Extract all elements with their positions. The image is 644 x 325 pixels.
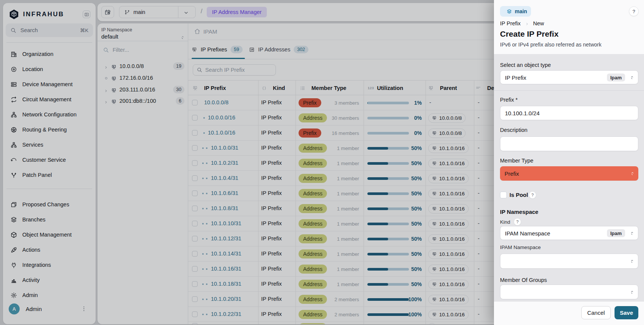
save-button[interactable]: Save <box>615 306 638 319</box>
layers-icon <box>506 8 512 15</box>
drawer-subtitle: IPv6 or IPv4 prefix also referred as net… <box>500 42 601 48</box>
prefix-label: Prefix * <box>500 97 518 103</box>
breadcrumb-current: New <box>533 20 544 26</box>
help-button[interactable]: ? <box>629 6 639 16</box>
is-pool-label: Is Pool <box>509 192 528 198</box>
drawer-header: main ? IP Prefix New Create IP Prefix IP… <box>494 0 644 54</box>
chevron-updown-icon <box>630 258 635 265</box>
description-label: Description <box>500 127 528 133</box>
prefix-input[interactable]: 10.100.1.0/24 <box>500 106 638 120</box>
drawer-footer: Cancel Save <box>494 301 644 325</box>
kind-select[interactable]: IPAM Namespace Ipam <box>500 226 638 240</box>
chevron-updown-icon <box>630 230 635 237</box>
create-ip-prefix-drawer: main ? IP Prefix New Create IP Prefix IP… <box>494 0 644 325</box>
chevron-updown-icon <box>630 170 635 177</box>
is-pool-checkbox[interactable] <box>500 192 507 198</box>
chevron-right-icon <box>525 20 529 26</box>
kind-help-button[interactable]: ? <box>514 218 521 226</box>
cancel-button[interactable]: Cancel <box>581 306 611 319</box>
member-type-select[interactable]: Prefix <box>500 166 638 181</box>
is-pool-help-button[interactable]: ? <box>529 191 536 199</box>
ipam-badge: Ipam <box>607 73 625 81</box>
divider <box>494 90 644 91</box>
ipam-badge: Ipam <box>607 229 625 237</box>
breadcrumb-parent[interactable]: IP Prefix <box>500 20 521 26</box>
drawer-breadcrumb: IP Prefix New <box>500 20 544 26</box>
ipam-namespace-select[interactable] <box>500 254 638 269</box>
object-type-select[interactable]: IP Prefix Ipam <box>500 70 638 84</box>
description-input[interactable] <box>500 136 638 151</box>
member-of-groups-label: Member Of Groups <box>500 277 547 283</box>
branch-badge: main <box>500 6 531 17</box>
ipam-namespace-label: IPAM Namespace <box>500 245 541 250</box>
chevron-updown-icon <box>630 289 635 296</box>
kind-label: Kind <box>500 219 510 225</box>
member-type-label: Member Type <box>500 158 533 164</box>
drawer-title: Create IP Prefix <box>500 29 559 39</box>
member-of-groups-select[interactable] <box>500 285 638 299</box>
object-type-label: Select an object type <box>500 62 551 68</box>
ip-namespace-section-title: IP Namespace <box>500 209 538 215</box>
chevron-updown-icon <box>630 74 635 81</box>
